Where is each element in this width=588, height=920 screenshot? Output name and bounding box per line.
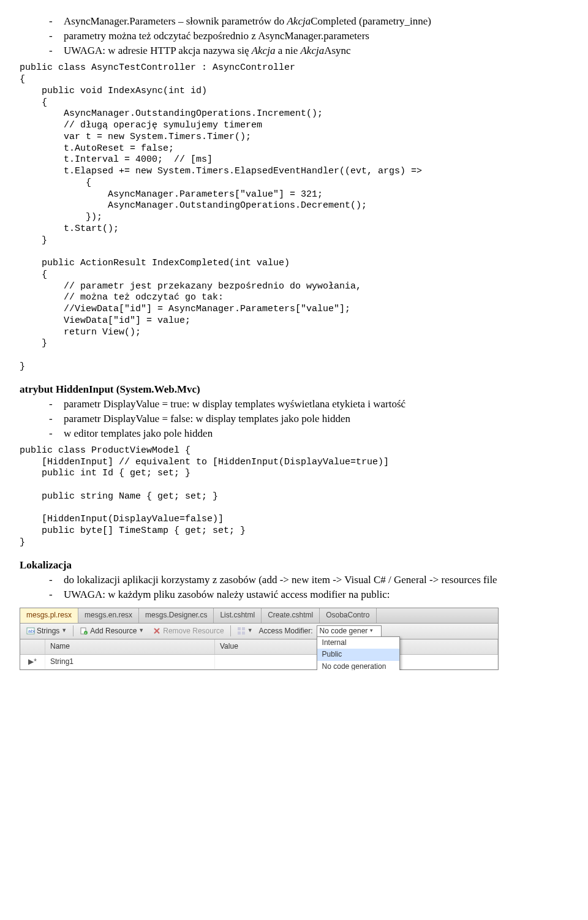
- bullet-text: parametr DisplayValue = false: w display…: [64, 412, 350, 426]
- hidden-bullet-3: -w editor templates jako pole hidden: [49, 427, 568, 440]
- italic-text: Akcja: [300, 45, 324, 56]
- hidden-bullet-2: -parametr DisplayValue = false: w displa…: [49, 412, 568, 426]
- remove-resource-icon: [153, 627, 161, 635]
- vs-screenshot: mesgs.pl.resx mesgs.en.resx mesgs.Design…: [20, 608, 568, 670]
- text-part: Async: [324, 45, 350, 56]
- text-part: AsyncManager.Parameters – słownik parame…: [64, 15, 287, 27]
- lokalizacja-title: Lokalizacja: [20, 559, 568, 572]
- text-part: UWAGA: w adresie HTTP akcja nazywa się: [64, 45, 252, 56]
- hidden-bullet-1: -parametr DisplayValue = true: w display…: [49, 398, 568, 411]
- toolbar-separator: [73, 625, 74, 636]
- grid-header-selector[interactable]: [20, 639, 45, 654]
- grid-header-row: Name Value: [20, 639, 498, 655]
- chevron-down-icon: ▼: [138, 627, 144, 635]
- loc-bullet-2: -UWAGA: w każdym pliku zasobów należy us…: [49, 588, 568, 601]
- combo-value: No code gener: [320, 627, 368, 636]
- access-modifier-combo-wrapper: No code gener ▾ Internal Public No code …: [317, 625, 382, 638]
- italic-text: Akcja: [252, 45, 276, 56]
- code-block-hiddeninput: public class ProductViewModel { [HiddenI…: [20, 445, 568, 549]
- grid-view-icon: [237, 627, 246, 635]
- add-resource-dropdown[interactable]: + Add Resource ▼: [77, 625, 146, 638]
- editor-tab-strip: mesgs.pl.resx mesgs.en.resx mesgs.Design…: [20, 608, 498, 624]
- toolbar-separator: [230, 625, 231, 636]
- svg-text:abc: abc: [28, 628, 35, 634]
- lokalizacja-bullet-list: -do lokalizacji aplikacji korzystamy z z…: [20, 573, 568, 601]
- row-marker-new: ▶*: [20, 655, 45, 669]
- bullet-text: do lokalizacji aplikacji korzystamy z za…: [64, 573, 497, 587]
- text-part: a nie: [275, 45, 300, 56]
- remove-resource-button[interactable]: Remove Resource: [150, 625, 226, 638]
- row-name-cell[interactable]: String1: [45, 655, 215, 669]
- loc-bullet-1: -do lokalizacji aplikacji korzystamy z z…: [49, 573, 568, 587]
- grid-header-name[interactable]: Name: [45, 639, 215, 654]
- tab-create-cshtml[interactable]: Create.cshtml: [262, 608, 320, 623]
- dash: -: [49, 44, 64, 58]
- access-modifier-popup: Internal Public No code generation nment: [317, 636, 400, 671]
- view-dropdown[interactable]: ▼: [235, 625, 255, 636]
- code-block-async: public class AsyncTestController : Async…: [20, 62, 568, 372]
- strings-label: Strings: [37, 627, 59, 636]
- access-modifier-label: Access Modifier:: [259, 627, 313, 636]
- svg-rect-8: [242, 627, 245, 630]
- svg-rect-9: [238, 632, 241, 635]
- dash: -: [49, 398, 64, 411]
- intro-bullet-3: - UWAGA: w adresie HTTP akcja nazywa się…: [49, 44, 568, 58]
- hiddeninput-title: atrybut HiddenInput (System.Web.Mvc): [20, 383, 568, 396]
- svg-rect-10: [242, 632, 245, 635]
- add-resource-icon: +: [80, 627, 88, 635]
- bullet-text: AsyncManager.Parameters – słownik parame…: [64, 15, 431, 28]
- chevron-down-icon: ▾: [370, 627, 373, 635]
- tab-mesgs-en[interactable]: mesgs.en.resx: [78, 608, 139, 623]
- access-modifier-combo[interactable]: No code gener ▾: [317, 625, 382, 638]
- tab-list-cshtml[interactable]: List.cshtml: [214, 608, 262, 623]
- dash: -: [49, 412, 64, 426]
- add-resource-label: Add Resource: [90, 627, 137, 636]
- popup-item-no-code-gen[interactable]: No code generation nment: [317, 661, 399, 671]
- bullet-text: parametr DisplayValue = true: w display …: [64, 398, 405, 411]
- tab-mesgs-pl[interactable]: mesgs.pl.resx: [20, 608, 78, 623]
- vs-window: mesgs.pl.resx mesgs.en.resx mesgs.Design…: [20, 608, 499, 670]
- italic-text: Akcja: [287, 15, 311, 27]
- intro-bullet-2: - parametry można też odczytać bezpośred…: [49, 29, 568, 43]
- dash: -: [49, 29, 64, 43]
- strings-dropdown[interactable]: abc Strings ▼: [24, 625, 69, 638]
- svg-text:+: +: [85, 631, 87, 635]
- dash: -: [49, 15, 64, 28]
- bullet-text: w editor templates jako pole hidden: [64, 427, 213, 440]
- bullet-text: UWAGA: w adresie HTTP akcja nazywa się A…: [64, 44, 351, 58]
- intro-bullet-1: - AsyncManager.Parameters – słownik para…: [49, 15, 568, 28]
- intro-bullet-list: - AsyncManager.Parameters – słownik para…: [20, 15, 568, 58]
- text-part: Completed (parametry_inne): [311, 15, 431, 27]
- popup-item-public[interactable]: Public: [317, 649, 399, 661]
- dash: -: [49, 573, 64, 587]
- resource-grid: Name Value ▶* String1: [20, 639, 498, 669]
- strings-icon: abc: [26, 627, 35, 635]
- svg-rect-7: [238, 627, 241, 630]
- chevron-down-icon: ▼: [61, 627, 67, 635]
- resource-toolbar: abc Strings ▼ + Add Resource ▼ Remove Re…: [20, 624, 498, 640]
- tab-designer[interactable]: mesgs.Designer.cs: [139, 608, 214, 623]
- dash: -: [49, 588, 64, 601]
- dash: -: [49, 427, 64, 440]
- bullet-text: UWAGA: w każdym pliku zasobów należy ust…: [64, 588, 390, 601]
- grid-row[interactable]: ▶* String1: [20, 655, 498, 670]
- remove-resource-label: Remove Resource: [163, 627, 224, 636]
- bullet-text: parametry można też odczytać bezpośredni…: [64, 29, 369, 43]
- hiddeninput-bullet-list: -parametr DisplayValue = true: w display…: [20, 398, 568, 440]
- popup-item-internal[interactable]: Internal: [317, 637, 399, 649]
- tab-osoba-controller[interactable]: OsobaContro: [320, 608, 376, 623]
- chevron-down-icon: ▼: [247, 627, 253, 635]
- popup-item-label: No code generation: [322, 662, 386, 671]
